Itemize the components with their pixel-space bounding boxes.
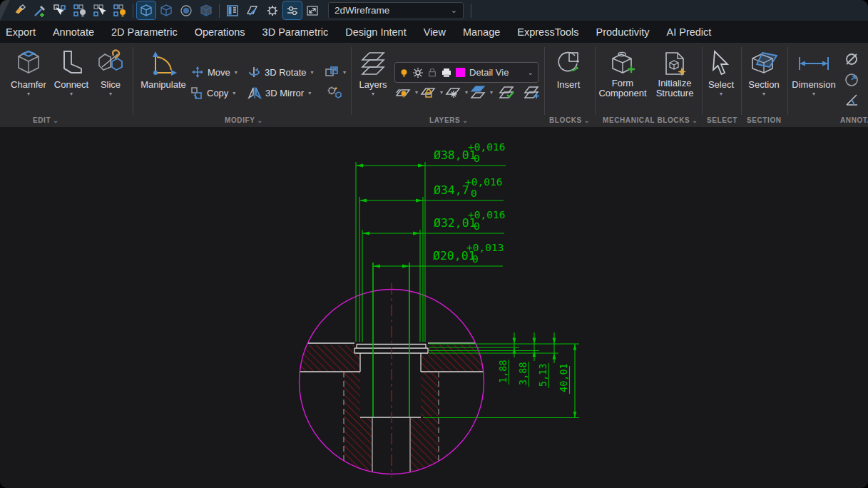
menu-ai-predict[interactable]: AI Predict [658,21,720,43]
form-component-icon [608,50,637,77]
ribbon-separator [133,47,133,115]
angular-dimension-button[interactable] [844,93,859,107]
layer-off-button[interactable] [394,84,412,100]
layer-lock-icon [419,84,436,100]
section-label: Section [748,80,779,90]
vdim-40-01: 40,01 [558,363,569,392]
rotate-3d-icon [247,66,261,78]
layer-freeze-button[interactable] [444,84,461,100]
group-label-edit[interactable]: EDIT⌄ [33,116,58,124]
menu-expresstools[interactable]: ExpressTools [509,21,587,43]
squares-lightbulb-on-icon [113,4,127,18]
layer-new-button[interactable] [524,84,541,100]
group-label-annotate: ANNOTA [840,116,868,124]
cube-wireframe-icon [139,4,153,18]
select-button[interactable]: Select ▾ [705,49,737,96]
chevron-down-icon: ⌄ [528,68,533,76]
vdim-3-88: 3,88 [517,362,529,385]
visual-style-combo[interactable]: 2dWireframe ⌄ [328,2,464,19]
explode-button[interactable] [326,86,342,100]
clean-screen-button[interactable] [303,1,322,19]
layer-state-combo[interactable]: Detail Vie ⌄ [394,62,538,83]
squares-lightbulb-off-icon [73,4,87,18]
chevron-down-icon: ▾ [465,89,468,96]
dim38-extension-lines [356,162,425,342]
menu-design-intent[interactable]: Design Intent [337,21,414,43]
copy-properties-button[interactable] [31,1,49,19]
panels-button[interactable] [223,1,242,19]
menu-operations[interactable]: Operations [186,21,254,43]
rotate-3d-label: 3D Rotate [265,67,307,78]
menu-manage[interactable]: Manage [454,21,509,43]
cad-drawing: Ø38,01 +0,016 0 Ø34,7 +0,016 0 Ø32,01 +0… [0,127,868,488]
layer-color-swatch[interactable] [456,68,465,77]
layer-set-current-button[interactable] [469,84,486,100]
group-label-layers[interactable]: LAYERS⌄ [429,116,468,124]
manipulate-button[interactable]: Manipulate [140,49,187,90]
ribbon-separator [787,47,788,115]
view-hidden-button[interactable] [157,1,175,19]
view-shaded-button[interactable] [197,1,215,19]
select-cursor-icon [708,49,735,78]
copy-icon [190,86,203,100]
move-button[interactable]: Move ▾ [191,66,238,78]
dimension-button[interactable]: Dimension ▾ [790,49,837,96]
menu-annotate[interactable]: Annotate [44,21,103,43]
match-properties-button[interactable] [11,1,29,19]
menu-productivity[interactable]: Productivity [588,21,658,43]
group-label-section: SECTION [747,116,782,124]
cube-hidden-icon [159,4,173,18]
isolate-objects-button[interactable] [71,1,89,19]
chevron-down-icon: ▾ [343,69,346,76]
slice-label: Slice [101,80,121,90]
layer-snowflake-icon [444,84,461,100]
radius-dimension-button[interactable] [844,73,859,87]
view-gouraud-button[interactable] [177,1,195,19]
layers-button[interactable]: Layers ▾ [355,49,391,96]
adaptive-grid-button[interactable] [283,1,302,19]
drawing-canvas[interactable]: Ø38,01 +0,016 0 Ø34,7 +0,016 0 Ø32,01 +0… [0,127,868,488]
connect-button[interactable]: Connect ▾ [51,49,91,96]
diameter-dimension-button[interactable] [844,51,859,67]
chevron-down-icon: ▾ [308,90,311,96]
select-similar-button[interactable] [51,1,69,19]
form-component-button[interactable]: Form Component [599,50,646,98]
menu-export[interactable]: Export [0,21,44,43]
layers-current-icon [469,84,486,100]
paint-brush-icon [13,4,27,18]
initialize-structure-button[interactable]: Initialize Structure [650,50,699,98]
select-matching-button[interactable] [91,1,109,19]
unisolate-objects-button[interactable] [111,1,129,19]
settings-button[interactable] [263,1,282,19]
group-label-blocks[interactable]: BLOCKS⌄ [549,116,590,124]
mirror-3d-button[interactable]: 3D Mirror ▾ [247,86,311,99]
vdim-5-13: 5,13 [537,363,548,387]
layer-name-value: Detail Vie [469,67,528,78]
view-wireframe-button[interactable] [137,1,155,19]
slice-button[interactable]: Slice ▾ [94,49,127,96]
layer-state-check-button[interactable] [499,84,516,100]
chamfer-button[interactable]: Chamfer ▾ [9,49,48,96]
chevron-down-icon: ⌄ [451,6,457,15]
copy-button[interactable]: Copy ▾ [190,86,235,100]
rotate-3d-button[interactable]: 3D Rotate ▾ [247,66,314,78]
gear-cube-icon [326,86,342,100]
cube-shaded-icon [199,4,213,18]
mirror-3d-icon [247,86,262,99]
drawing-explorer-button[interactable] [243,1,262,19]
menu-2d-parametric[interactable]: 2D Parametric [103,21,186,43]
layer-lock-button[interactable] [419,84,436,100]
menu-3d-parametric[interactable]: 3D Parametric [254,21,337,43]
menu-view[interactable]: View [415,21,454,43]
chevron-down-icon: ▾ [311,69,314,76]
section-button[interactable]: Section ▾ [745,49,782,96]
group-label-modify[interactable]: MODIFY⌄ [225,116,263,124]
ribbon-separator [741,47,742,115]
scale-button[interactable]: ▾ [325,66,346,78]
insert-button[interactable]: Insert [551,49,586,90]
chevron-down-icon: ▾ [70,91,73,96]
section-hatch [291,345,494,479]
dimension-icon [795,49,832,78]
group-label-mechanical-blocks[interactable]: MECHANICAL BLOCKS⌄ [603,116,698,124]
insert-block-icon [553,49,583,78]
